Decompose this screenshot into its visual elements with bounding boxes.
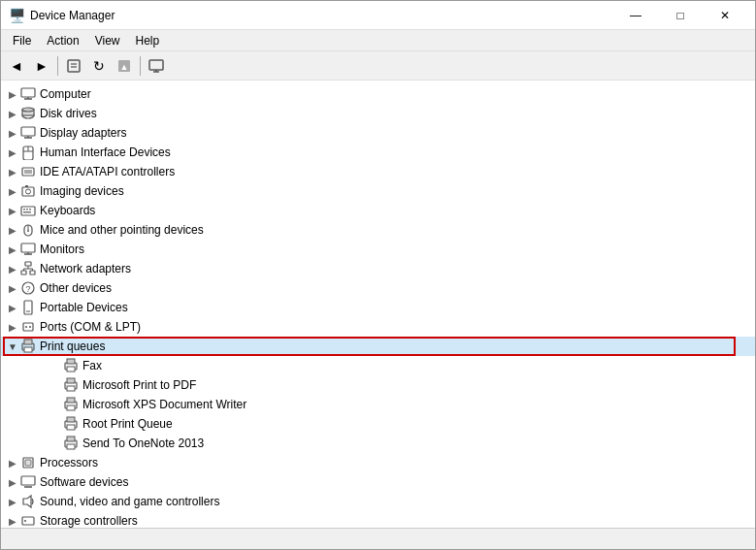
mice-icon <box>20 222 36 238</box>
toolbar-separator-1 <box>57 56 58 76</box>
processors-icon <box>20 455 36 470</box>
ide-icon <box>20 164 36 179</box>
tree-item-root-print[interactable]: ▶ Root Print Queue <box>1 414 755 434</box>
svg-rect-34 <box>21 243 35 252</box>
tree-item-mice[interactable]: ▶ Mice and other pointing devices <box>1 220 755 240</box>
imaging-label: Imaging devices <box>40 184 124 198</box>
svg-rect-67 <box>67 437 75 441</box>
back-button[interactable]: ◄ <box>5 54 28 78</box>
svg-rect-20 <box>22 168 34 176</box>
forward-button[interactable]: ► <box>30 54 53 78</box>
network-icon <box>20 261 36 276</box>
other-icon: ? <box>20 280 36 296</box>
svg-rect-70 <box>25 460 31 466</box>
svg-rect-8 <box>21 88 35 97</box>
svg-rect-71 <box>21 476 35 485</box>
expand-arrow-print-queues: ▼ <box>5 339 20 354</box>
svg-rect-55 <box>67 359 75 364</box>
tree-item-imaging[interactable]: ▶ Imaging devices <box>1 181 755 201</box>
tree-item-sound[interactable]: ▶ Sound, video and game controllers <box>1 492 755 511</box>
maximize-button[interactable]: □ <box>658 1 703 30</box>
print-queues-container: ▼ Print queues <box>1 337 755 356</box>
tree-item-portable[interactable]: ▶ Portable Devices <box>1 298 755 317</box>
tree-item-keyboards[interactable]: ▶ Keyboards <box>1 201 755 220</box>
onenote-icon <box>63 436 79 451</box>
tree-item-onenote[interactable]: ▶ Send To OneNote 2013 <box>1 434 755 453</box>
tree-item-fax[interactable]: ▶ Fax <box>1 356 755 375</box>
svg-rect-65 <box>67 425 75 430</box>
device-tree[interactable]: ▶ Computer ▶ Disk drives ▶ Di <box>1 81 755 528</box>
close-button[interactable]: ✕ <box>703 1 747 30</box>
software-icon <box>20 474 36 490</box>
expand-arrow-sound: ▶ <box>5 494 20 509</box>
tree-item-storage[interactable]: ▶ Storage controllers <box>1 511 755 528</box>
svg-rect-0 <box>68 60 80 72</box>
tree-item-ide[interactable]: ▶ IDE ATA/ATAPI controllers <box>1 162 755 181</box>
onenote-label: Send To OneNote 2013 <box>82 437 204 450</box>
disk-drives-label: Disk drives <box>40 107 97 120</box>
portable-icon <box>20 300 36 315</box>
svg-rect-38 <box>21 271 26 275</box>
expand-arrow-processors: ▶ <box>5 455 20 470</box>
sound-label: Sound, video and game controllers <box>40 495 219 508</box>
expand-arrow-portable: ▶ <box>5 300 20 315</box>
svg-rect-48 <box>23 323 33 331</box>
sound-icon <box>20 494 36 509</box>
svg-rect-5 <box>149 60 163 70</box>
mice-label: Mice and other pointing devices <box>40 223 204 237</box>
menu-view[interactable]: View <box>87 32 128 49</box>
tree-item-software[interactable]: ▶ Software devices <box>1 472 755 492</box>
expand-arrow-hid: ▶ <box>5 145 20 160</box>
window-title: Device Manager <box>30 9 115 22</box>
svg-point-75 <box>24 520 26 522</box>
tree-item-processors[interactable]: ▶ Processors <box>1 453 755 472</box>
tree-item-ms-pdf[interactable]: ▶ Microsoft Print to PDF <box>1 375 755 395</box>
svg-rect-25 <box>25 185 28 187</box>
tree-item-xps[interactable]: ▶ Microsoft XPS Document Writer <box>1 395 755 414</box>
svg-rect-59 <box>67 386 75 391</box>
hid-label: Human Interface Devices <box>40 146 171 159</box>
tree-item-monitors[interactable]: ▶ Monitors <box>1 240 755 259</box>
svg-rect-30 <box>23 211 31 213</box>
menu-action[interactable]: Action <box>39 32 86 49</box>
computer-label: Computer <box>40 87 91 101</box>
expand-arrow-software: ▶ <box>5 474 20 490</box>
properties-button[interactable] <box>62 54 85 78</box>
svg-rect-29 <box>29 209 31 210</box>
toolbar: ◄ ► ↻ ▲ <box>1 51 755 81</box>
update-button[interactable]: ▲ <box>113 54 136 78</box>
toolbar-separator-2 <box>140 56 141 76</box>
svg-rect-52 <box>24 340 32 344</box>
tree-item-disk-drives[interactable]: ▶ Disk drives <box>1 104 755 123</box>
svg-rect-62 <box>67 405 75 410</box>
fax-label: Fax <box>82 359 102 372</box>
expand-arrow-imaging: ▶ <box>5 183 20 199</box>
title-left: 🖥️ Device Manager <box>9 8 115 23</box>
tree-item-other[interactable]: ▶ ? Other devices <box>1 278 755 298</box>
tree-item-display[interactable]: ▶ Display adapters <box>1 123 755 143</box>
expand-arrow-monitors: ▶ <box>5 242 20 257</box>
tree-item-computer[interactable]: ▶ Computer <box>1 84 755 104</box>
ports-label: Ports (COM & LPT) <box>40 320 141 334</box>
other-label: Other devices <box>40 281 112 295</box>
refresh-button[interactable]: ↻ <box>87 54 111 78</box>
menu-help[interactable]: Help <box>128 32 168 49</box>
monitor-button[interactable] <box>145 54 168 78</box>
svg-rect-26 <box>21 207 35 215</box>
tree-item-print-queues[interactable]: ▼ Print queues <box>1 337 755 356</box>
minimize-button[interactable]: — <box>613 1 658 30</box>
fax-icon <box>63 358 79 373</box>
svg-marker-73 <box>23 496 31 507</box>
keyboards-label: Keyboards <box>40 204 95 217</box>
tree-item-ports[interactable]: ▶ Ports (COM & LPT) <box>1 317 755 337</box>
tree-item-hid[interactable]: ▶ Human Interface Devices <box>1 143 755 162</box>
tree-item-network[interactable]: ▶ Network adapters <box>1 259 755 278</box>
storage-icon <box>20 513 36 528</box>
expand-arrow-ports: ▶ <box>5 319 20 335</box>
ms-pdf-icon <box>63 377 79 393</box>
menu-file[interactable]: File <box>5 32 39 49</box>
processors-label: Processors <box>40 456 98 469</box>
svg-rect-68 <box>67 444 75 449</box>
svg-point-33 <box>27 230 29 232</box>
xps-icon <box>63 397 79 412</box>
